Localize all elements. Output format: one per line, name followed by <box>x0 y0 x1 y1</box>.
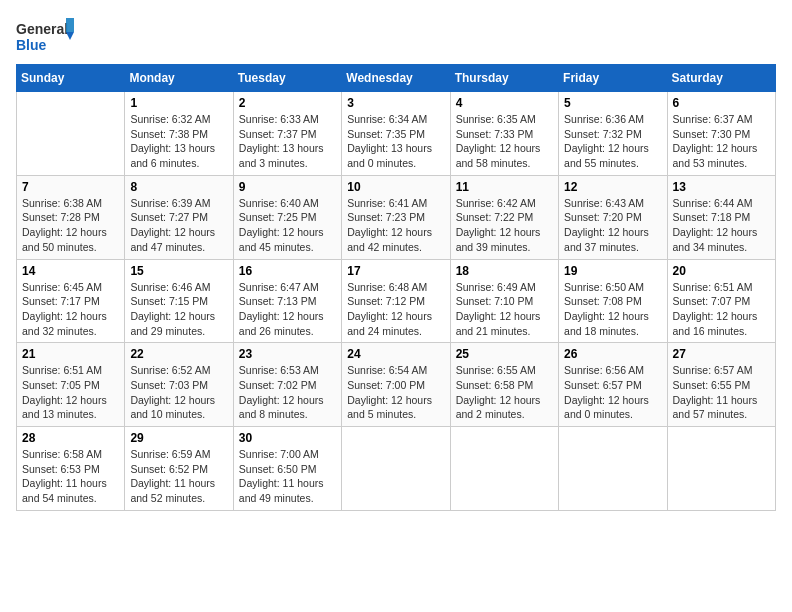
day-number: 26 <box>564 347 661 361</box>
day-info: Sunrise: 6:51 AMSunset: 7:05 PMDaylight:… <box>22 363 119 422</box>
calendar-cell: 6Sunrise: 6:37 AMSunset: 7:30 PMDaylight… <box>667 92 775 176</box>
day-info: Sunrise: 6:53 AMSunset: 7:02 PMDaylight:… <box>239 363 336 422</box>
day-number: 14 <box>22 264 119 278</box>
day-number: 21 <box>22 347 119 361</box>
header-wednesday: Wednesday <box>342 65 450 92</box>
day-number: 2 <box>239 96 336 110</box>
calendar-cell: 15Sunrise: 6:46 AMSunset: 7:15 PMDayligh… <box>125 259 233 343</box>
day-number: 8 <box>130 180 227 194</box>
calendar-cell <box>450 427 558 511</box>
calendar-cell: 25Sunrise: 6:55 AMSunset: 6:58 PMDayligh… <box>450 343 558 427</box>
day-number: 24 <box>347 347 444 361</box>
day-number: 7 <box>22 180 119 194</box>
calendar-cell: 2Sunrise: 6:33 AMSunset: 7:37 PMDaylight… <box>233 92 341 176</box>
calendar-cell: 22Sunrise: 6:52 AMSunset: 7:03 PMDayligh… <box>125 343 233 427</box>
calendar-cell: 29Sunrise: 6:59 AMSunset: 6:52 PMDayligh… <box>125 427 233 511</box>
week-row-4: 21Sunrise: 6:51 AMSunset: 7:05 PMDayligh… <box>17 343 776 427</box>
day-number: 27 <box>673 347 770 361</box>
day-info: Sunrise: 6:34 AMSunset: 7:35 PMDaylight:… <box>347 112 444 171</box>
day-number: 9 <box>239 180 336 194</box>
calendar-cell <box>559 427 667 511</box>
header-tuesday: Tuesday <box>233 65 341 92</box>
page-header: General Blue <box>16 16 776 56</box>
calendar-cell: 28Sunrise: 6:58 AMSunset: 6:53 PMDayligh… <box>17 427 125 511</box>
calendar-cell: 5Sunrise: 6:36 AMSunset: 7:32 PMDaylight… <box>559 92 667 176</box>
header-thursday: Thursday <box>450 65 558 92</box>
day-info: Sunrise: 6:40 AMSunset: 7:25 PMDaylight:… <box>239 196 336 255</box>
day-info: Sunrise: 6:39 AMSunset: 7:27 PMDaylight:… <box>130 196 227 255</box>
day-number: 13 <box>673 180 770 194</box>
day-number: 30 <box>239 431 336 445</box>
day-info: Sunrise: 6:35 AMSunset: 7:33 PMDaylight:… <box>456 112 553 171</box>
day-info: Sunrise: 6:44 AMSunset: 7:18 PMDaylight:… <box>673 196 770 255</box>
day-number: 19 <box>564 264 661 278</box>
day-number: 17 <box>347 264 444 278</box>
calendar-cell: 26Sunrise: 6:56 AMSunset: 6:57 PMDayligh… <box>559 343 667 427</box>
calendar-cell: 10Sunrise: 6:41 AMSunset: 7:23 PMDayligh… <box>342 175 450 259</box>
day-number: 5 <box>564 96 661 110</box>
logo-svg: General Blue <box>16 16 76 56</box>
day-info: Sunrise: 6:59 AMSunset: 6:52 PMDaylight:… <box>130 447 227 506</box>
day-info: Sunrise: 6:47 AMSunset: 7:13 PMDaylight:… <box>239 280 336 339</box>
day-number: 22 <box>130 347 227 361</box>
week-row-2: 7Sunrise: 6:38 AMSunset: 7:28 PMDaylight… <box>17 175 776 259</box>
svg-text:General: General <box>16 21 68 37</box>
day-info: Sunrise: 6:55 AMSunset: 6:58 PMDaylight:… <box>456 363 553 422</box>
calendar-cell: 3Sunrise: 6:34 AMSunset: 7:35 PMDaylight… <box>342 92 450 176</box>
calendar-cell: 18Sunrise: 6:49 AMSunset: 7:10 PMDayligh… <box>450 259 558 343</box>
day-number: 25 <box>456 347 553 361</box>
day-info: Sunrise: 6:49 AMSunset: 7:10 PMDaylight:… <box>456 280 553 339</box>
calendar-cell <box>17 92 125 176</box>
day-number: 29 <box>130 431 227 445</box>
calendar-cell: 1Sunrise: 6:32 AMSunset: 7:38 PMDaylight… <box>125 92 233 176</box>
day-number: 23 <box>239 347 336 361</box>
calendar-cell: 17Sunrise: 6:48 AMSunset: 7:12 PMDayligh… <box>342 259 450 343</box>
header-friday: Friday <box>559 65 667 92</box>
calendar-cell <box>667 427 775 511</box>
day-info: Sunrise: 6:36 AMSunset: 7:32 PMDaylight:… <box>564 112 661 171</box>
day-number: 18 <box>456 264 553 278</box>
day-info: Sunrise: 6:43 AMSunset: 7:20 PMDaylight:… <box>564 196 661 255</box>
calendar-cell: 12Sunrise: 6:43 AMSunset: 7:20 PMDayligh… <box>559 175 667 259</box>
day-info: Sunrise: 7:00 AMSunset: 6:50 PMDaylight:… <box>239 447 336 506</box>
header-saturday: Saturday <box>667 65 775 92</box>
week-row-3: 14Sunrise: 6:45 AMSunset: 7:17 PMDayligh… <box>17 259 776 343</box>
calendar-cell: 27Sunrise: 6:57 AMSunset: 6:55 PMDayligh… <box>667 343 775 427</box>
calendar-cell <box>342 427 450 511</box>
header-sunday: Sunday <box>17 65 125 92</box>
logo: General Blue <box>16 16 76 56</box>
day-info: Sunrise: 6:41 AMSunset: 7:23 PMDaylight:… <box>347 196 444 255</box>
calendar-table: SundayMondayTuesdayWednesdayThursdayFrid… <box>16 64 776 511</box>
calendar-cell: 24Sunrise: 6:54 AMSunset: 7:00 PMDayligh… <box>342 343 450 427</box>
day-info: Sunrise: 6:56 AMSunset: 6:57 PMDaylight:… <box>564 363 661 422</box>
calendar-cell: 7Sunrise: 6:38 AMSunset: 7:28 PMDaylight… <box>17 175 125 259</box>
day-info: Sunrise: 6:50 AMSunset: 7:08 PMDaylight:… <box>564 280 661 339</box>
calendar-cell: 4Sunrise: 6:35 AMSunset: 7:33 PMDaylight… <box>450 92 558 176</box>
day-info: Sunrise: 6:54 AMSunset: 7:00 PMDaylight:… <box>347 363 444 422</box>
calendar-cell: 30Sunrise: 7:00 AMSunset: 6:50 PMDayligh… <box>233 427 341 511</box>
day-info: Sunrise: 6:57 AMSunset: 6:55 PMDaylight:… <box>673 363 770 422</box>
calendar-cell: 14Sunrise: 6:45 AMSunset: 7:17 PMDayligh… <box>17 259 125 343</box>
day-number: 6 <box>673 96 770 110</box>
svg-marker-2 <box>66 18 74 32</box>
day-info: Sunrise: 6:46 AMSunset: 7:15 PMDaylight:… <box>130 280 227 339</box>
calendar-header-row: SundayMondayTuesdayWednesdayThursdayFrid… <box>17 65 776 92</box>
day-number: 11 <box>456 180 553 194</box>
day-number: 4 <box>456 96 553 110</box>
calendar-cell: 9Sunrise: 6:40 AMSunset: 7:25 PMDaylight… <box>233 175 341 259</box>
svg-text:Blue: Blue <box>16 37 47 53</box>
week-row-5: 28Sunrise: 6:58 AMSunset: 6:53 PMDayligh… <box>17 427 776 511</box>
calendar-cell: 23Sunrise: 6:53 AMSunset: 7:02 PMDayligh… <box>233 343 341 427</box>
calendar-cell: 16Sunrise: 6:47 AMSunset: 7:13 PMDayligh… <box>233 259 341 343</box>
day-info: Sunrise: 6:42 AMSunset: 7:22 PMDaylight:… <box>456 196 553 255</box>
calendar-cell: 20Sunrise: 6:51 AMSunset: 7:07 PMDayligh… <box>667 259 775 343</box>
day-info: Sunrise: 6:52 AMSunset: 7:03 PMDaylight:… <box>130 363 227 422</box>
day-number: 3 <box>347 96 444 110</box>
header-monday: Monday <box>125 65 233 92</box>
calendar-cell: 11Sunrise: 6:42 AMSunset: 7:22 PMDayligh… <box>450 175 558 259</box>
day-info: Sunrise: 6:33 AMSunset: 7:37 PMDaylight:… <box>239 112 336 171</box>
day-number: 10 <box>347 180 444 194</box>
calendar-cell: 8Sunrise: 6:39 AMSunset: 7:27 PMDaylight… <box>125 175 233 259</box>
day-number: 16 <box>239 264 336 278</box>
week-row-1: 1Sunrise: 6:32 AMSunset: 7:38 PMDaylight… <box>17 92 776 176</box>
